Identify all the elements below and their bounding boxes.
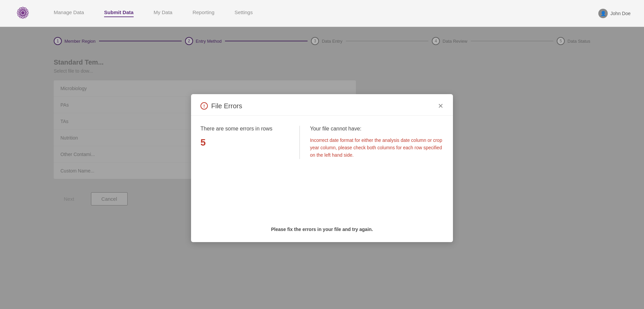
main-nav: Manage Data Submit Data My Data Reportin…: [54, 9, 598, 17]
nav-manage-data[interactable]: Manage Data: [54, 9, 84, 17]
nav-reporting[interactable]: Reporting: [192, 9, 214, 17]
error-row-number: 5: [200, 137, 289, 148]
cannot-have-label: Your file cannot have:: [310, 126, 444, 132]
file-errors-modal: ! File Errors ✕ There are some errors in…: [191, 94, 453, 242]
error-rows-label: There are some errors in rows: [200, 126, 289, 132]
error-left-section: There are some errors in rows 5: [200, 126, 300, 159]
error-description: Incorrect date format for either the ana…: [310, 137, 444, 159]
modal-error-row: There are some errors in rows 5 Your fil…: [200, 126, 444, 159]
error-circle-icon: !: [200, 102, 208, 110]
modal-overlay: ! File Errors ✕ There are some errors in…: [0, 27, 644, 309]
main-content: 1 Member Region 2 Entry Method 3 Data En…: [0, 27, 644, 309]
svg-point-6: [21, 11, 24, 14]
user-section: 👤 John Doe: [598, 9, 631, 18]
modal-title: File Errors: [211, 102, 242, 110]
modal-title-area: ! File Errors: [200, 102, 242, 110]
modal-close-button[interactable]: ✕: [438, 103, 444, 109]
user-avatar: 👤: [598, 9, 608, 18]
error-right-section: Your file cannot have: Incorrect date fo…: [300, 126, 444, 159]
nav-settings[interactable]: Settings: [234, 9, 252, 17]
logo: [13, 3, 34, 24]
modal-footer-text: Please fix the errors in your file and t…: [200, 220, 444, 232]
nav-my-data[interactable]: My Data: [154, 9, 173, 17]
modal-body: There are some errors in rows 5 Your fil…: [191, 116, 453, 242]
nav-submit-data[interactable]: Submit Data: [104, 9, 134, 17]
user-name: John Doe: [610, 11, 631, 16]
header: Manage Data Submit Data My Data Reportin…: [0, 0, 644, 27]
modal-header: ! File Errors ✕: [191, 94, 453, 116]
